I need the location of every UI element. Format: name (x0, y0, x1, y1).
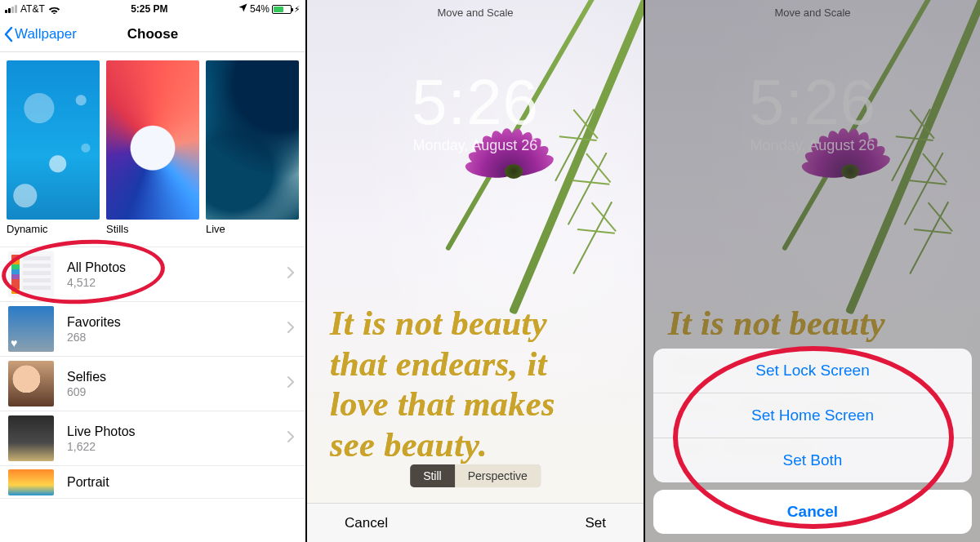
category-stills[interactable]: Stills (106, 60, 199, 235)
charging-icon: ⚡︎ (294, 4, 301, 15)
segment-perspective[interactable]: Perspective (455, 464, 541, 487)
album-title: Favorites (67, 315, 287, 330)
album-title: Portrait (67, 475, 305, 490)
album-thumbnail (8, 415, 54, 461)
nav-title: Choose (127, 26, 178, 42)
album-portrait[interactable]: Portrait (0, 466, 305, 499)
lock-screen-time: 5:26 (307, 65, 644, 140)
preview-toolbar: Cancel Set (307, 503, 644, 542)
screen-choose-wallpaper: AT&T 5:25 PM 54% ⚡︎ Wallpaper Choose Dyn… (0, 0, 305, 542)
category-dynamic[interactable]: Dynamic (7, 60, 100, 235)
dynamic-thumbnail (7, 60, 100, 220)
album-title: All Photos (67, 260, 287, 275)
chevron-right-icon (287, 431, 305, 446)
live-thumbnail (206, 60, 299, 220)
album-thumbnail: ♥ (8, 306, 54, 352)
move-scale-header: Move and Scale (307, 7, 644, 19)
set-home-screen-button[interactable]: Set Home Screen (653, 393, 972, 438)
wifi-icon (48, 5, 60, 14)
screen-wallpaper-preview: It is not beauty that endears, it love t… (307, 0, 644, 542)
category-live[interactable]: Live (206, 60, 299, 235)
segment-still[interactable]: Still (410, 464, 455, 487)
cancel-button[interactable]: Cancel (345, 515, 388, 531)
sheet-cancel-button[interactable]: Cancel (653, 490, 972, 534)
album-thumbnail (8, 469, 54, 495)
album-count: 609 (67, 385, 287, 398)
album-list: All Photos 4,512 ♥ Favorites 268 Selfies… (0, 247, 305, 499)
status-bar: AT&T 5:25 PM 54% ⚡︎ (0, 0, 305, 16)
stills-thumbnail (106, 60, 199, 220)
cell-signal-icon (5, 5, 17, 13)
album-thumbnail (8, 361, 54, 406)
chevron-right-icon (287, 322, 305, 336)
category-label: Stills (106, 223, 199, 235)
set-button[interactable]: Set (585, 515, 606, 531)
album-count: 4,512 (67, 276, 287, 289)
location-icon (238, 3, 247, 15)
action-sheet: Set Lock Screen Set Home Screen Set Both… (653, 349, 972, 534)
category-label: Dynamic (7, 223, 100, 235)
album-count: 268 (67, 331, 287, 344)
chevron-right-icon (287, 267, 305, 282)
album-count: 1,622 (67, 440, 287, 453)
album-selfies[interactable]: Selfies 609 (0, 357, 305, 411)
back-label: Wallpaper (15, 26, 77, 42)
set-lock-screen-button[interactable]: Set Lock Screen (653, 349, 972, 393)
wallpaper-categories: Dynamic Stills Live (0, 52, 305, 235)
battery-icon (272, 5, 292, 14)
album-favorites[interactable]: ♥ Favorites 268 (0, 302, 305, 357)
nav-bar: Wallpaper Choose (0, 16, 305, 52)
album-title: Selfies (67, 370, 287, 384)
heart-icon: ♥ (11, 336, 17, 349)
perspective-segmented-control: Still Perspective (409, 464, 541, 488)
carrier-label: AT&T (20, 3, 45, 15)
album-live-photos[interactable]: Live Photos 1,622 (0, 411, 305, 466)
album-all-photos[interactable]: All Photos 4,512 (0, 247, 305, 302)
battery-percent: 54% (250, 3, 270, 15)
lock-screen-date: Monday, August 26 (307, 137, 644, 154)
status-time: 5:25 PM (131, 3, 167, 15)
screen-set-wallpaper-sheet: It is not beauty that endears, it love t… (645, 0, 980, 542)
back-button[interactable]: Wallpaper (3, 16, 77, 51)
album-title: Live Photos (67, 424, 287, 439)
chevron-right-icon (287, 376, 305, 391)
set-both-button[interactable]: Set Both (653, 438, 972, 482)
category-label: Live (206, 223, 299, 235)
wallpaper-quote: It is not beauty that endears, it love t… (330, 304, 621, 465)
album-thumbnail (8, 251, 54, 297)
